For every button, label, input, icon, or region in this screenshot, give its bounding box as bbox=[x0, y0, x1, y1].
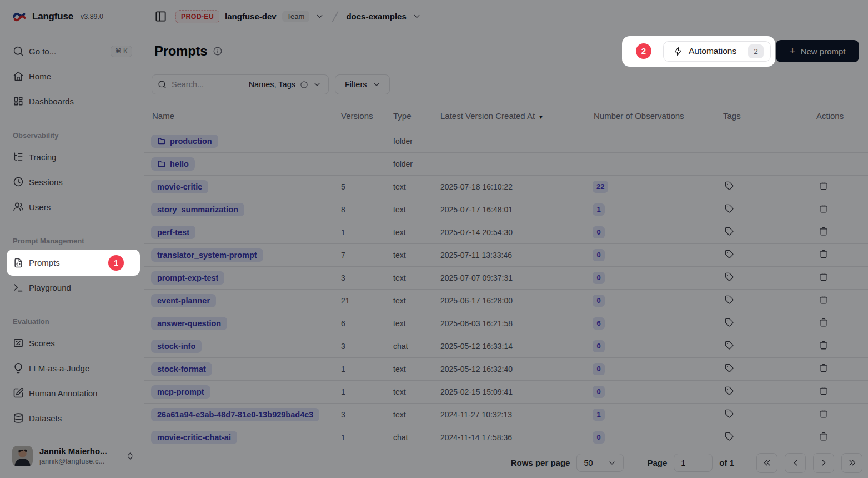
prompt-link[interactable]: stock-format bbox=[151, 362, 212, 376]
observation-count-badge[interactable]: 0 bbox=[593, 363, 605, 375]
table-row[interactable]: movie-critic-chat-ai1chat2024-11-14 17:5… bbox=[144, 426, 868, 447]
automations-button[interactable]: Automations 2 bbox=[663, 41, 771, 62]
chevron-down-icon[interactable] bbox=[315, 12, 324, 21]
prompt-link[interactable]: mcp-prompt bbox=[151, 385, 210, 399]
tag-icon[interactable] bbox=[725, 295, 734, 305]
prompt-link[interactable]: story_summarization bbox=[151, 203, 244, 216]
observation-count-badge[interactable]: 6 bbox=[593, 317, 605, 330]
tag-icon[interactable] bbox=[725, 364, 734, 373]
sidebar-item-human-annotation[interactable]: Human Annotation bbox=[9, 383, 135, 403]
table-row[interactable]: mcp-prompt1text2025-02-15 15:09:410 bbox=[144, 380, 868, 403]
table-row[interactable]: 26a61a94-e3ab-48d7-81e0-13b929bad4c33tex… bbox=[144, 403, 868, 426]
table-row[interactable]: stock-format1text2025-05-12 16:32:400 bbox=[144, 357, 868, 380]
tag-icon[interactable] bbox=[725, 181, 734, 191]
prompt-link[interactable]: movie-critic-chat-ai bbox=[151, 431, 237, 444]
sidebar-item-sessions[interactable]: Sessions bbox=[9, 172, 135, 192]
search-scope-select[interactable]: Names, Tags bbox=[249, 80, 323, 89]
prompt-link[interactable]: stock-info bbox=[151, 340, 202, 353]
info-icon[interactable] bbox=[213, 46, 223, 56]
sidebar-item-datasets[interactable]: Datasets bbox=[9, 408, 135, 428]
sidebar-item-tracing[interactable]: Tracing bbox=[9, 147, 135, 167]
table-row[interactable]: event-planner21text2025-06-17 16:28:000 bbox=[144, 289, 868, 312]
sidebar-item-scores[interactable]: Scores bbox=[9, 333, 135, 353]
observation-count-badge[interactable]: 0 bbox=[593, 431, 605, 444]
table-row[interactable]: story_summarization8text2025-07-17 16:48… bbox=[144, 198, 868, 221]
observation-count-badge[interactable]: 1 bbox=[593, 203, 605, 216]
observation-count-badge[interactable]: 0 bbox=[593, 249, 605, 261]
table-row[interactable]: stock-info3chat2025-05-12 16:33:140 bbox=[144, 335, 868, 357]
tag-icon[interactable] bbox=[725, 318, 734, 327]
sidebar-item-playground[interactable]: Playground bbox=[9, 277, 135, 297]
next-page-button[interactable] bbox=[813, 453, 834, 473]
tag-icon[interactable] bbox=[725, 409, 734, 419]
sidebar-toggle-button[interactable] bbox=[154, 10, 167, 23]
sidebar-item-users[interactable]: Users bbox=[9, 197, 135, 217]
delete-button[interactable] bbox=[819, 203, 829, 213]
prompt-link[interactable]: answer-question bbox=[151, 317, 227, 330]
column-header-versions[interactable]: Versions bbox=[333, 102, 385, 130]
prompt-link[interactable]: event-planner bbox=[151, 294, 216, 307]
table-row[interactable]: hellofolder bbox=[144, 152, 868, 175]
observation-count-badge[interactable]: 0 bbox=[593, 295, 605, 307]
search-input[interactable] bbox=[172, 80, 249, 89]
first-page-button[interactable] bbox=[756, 453, 777, 473]
table-row[interactable]: answer-question6text2025-06-03 16:21:586 bbox=[144, 312, 868, 335]
column-header-name[interactable]: Name bbox=[144, 102, 333, 130]
delete-button[interactable] bbox=[819, 340, 829, 350]
user-menu[interactable]: Jannik Maierho... jannik@langfuse.c... bbox=[0, 441, 144, 478]
last-page-button[interactable] bbox=[841, 453, 862, 473]
sidebar-item-home[interactable]: Home bbox=[9, 66, 135, 86]
rows-per-page-select[interactable]: 50 bbox=[576, 454, 624, 472]
sidebar-item-llm-as-a-judge[interactable]: LLM-as-a-Judge bbox=[9, 358, 135, 378]
filters-button[interactable]: Filters bbox=[335, 74, 390, 94]
tag-icon[interactable] bbox=[725, 227, 734, 236]
delete-button[interactable] bbox=[819, 249, 829, 259]
folder-link[interactable]: hello bbox=[151, 157, 195, 171]
tag-icon[interactable] bbox=[725, 272, 734, 282]
observation-count-badge[interactable]: 0 bbox=[593, 272, 605, 284]
table-row[interactable]: translator_system-prompt7text2025-07-11 … bbox=[144, 243, 868, 266]
tag-icon[interactable] bbox=[725, 386, 734, 396]
observation-count-badge[interactable]: 0 bbox=[593, 226, 605, 238]
column-header-tags[interactable]: Tags bbox=[715, 102, 809, 130]
page-number-input[interactable]: 1 bbox=[674, 454, 713, 472]
table-row[interactable]: perf-test1text2025-07-14 20:54:300 bbox=[144, 221, 868, 243]
org-name[interactable]: langfuse-dev bbox=[225, 12, 277, 21]
delete-button[interactable] bbox=[819, 409, 829, 419]
prompt-link[interactable]: 26a61a94-e3ab-48d7-81e0-13b929bad4c3 bbox=[151, 408, 319, 421]
delete-button[interactable] bbox=[819, 226, 829, 236]
observation-count-badge[interactable]: 22 bbox=[593, 181, 608, 193]
table-row[interactable]: prompt-exp-test3text2025-07-07 09:37:310 bbox=[144, 266, 868, 289]
sidebar-item-goto[interactable]: Go to... ⌘ K bbox=[9, 41, 135, 61]
column-header-number-of-observations[interactable]: Number of Observations bbox=[586, 102, 715, 130]
table-row[interactable]: productionfolder bbox=[144, 130, 868, 152]
new-prompt-button[interactable]: + New prompt bbox=[776, 40, 859, 62]
prompt-link[interactable]: prompt-exp-test bbox=[151, 271, 224, 285]
column-header-latest-version-created-at[interactable]: Latest Version Created At▼ bbox=[433, 102, 586, 130]
delete-button[interactable] bbox=[819, 181, 829, 191]
column-header-type[interactable]: Type bbox=[385, 102, 433, 130]
prompt-link[interactable]: perf-test bbox=[151, 226, 195, 239]
observation-count-badge[interactable]: 1 bbox=[593, 409, 605, 421]
tag-icon[interactable] bbox=[725, 432, 734, 441]
tag-icon[interactable] bbox=[725, 250, 734, 259]
sidebar-item-dashboards[interactable]: Dashboards bbox=[9, 91, 135, 111]
folder-link[interactable]: production bbox=[151, 135, 218, 148]
observation-count-badge[interactable]: 0 bbox=[593, 340, 605, 352]
project-name[interactable]: docs-examples bbox=[346, 12, 406, 21]
column-header-actions[interactable]: Actions bbox=[809, 102, 868, 130]
table-row[interactable]: movie-critic5text2025-07-18 16:10:2222 bbox=[144, 175, 868, 198]
delete-button[interactable] bbox=[819, 317, 829, 327]
prompt-link[interactable]: movie-critic bbox=[151, 180, 208, 193]
prompt-link[interactable]: translator_system-prompt bbox=[151, 248, 263, 262]
delete-button[interactable] bbox=[819, 272, 829, 282]
delete-button[interactable] bbox=[819, 431, 829, 441]
observation-count-badge[interactable]: 0 bbox=[593, 386, 605, 398]
tag-icon[interactable] bbox=[725, 204, 734, 213]
delete-button[interactable] bbox=[819, 295, 829, 305]
delete-button[interactable] bbox=[819, 363, 829, 373]
sidebar-item-prompts[interactable]: Prompts1 bbox=[7, 250, 140, 276]
delete-button[interactable] bbox=[819, 386, 829, 396]
chevron-down-icon[interactable] bbox=[412, 12, 422, 21]
previous-page-button[interactable] bbox=[785, 453, 806, 473]
